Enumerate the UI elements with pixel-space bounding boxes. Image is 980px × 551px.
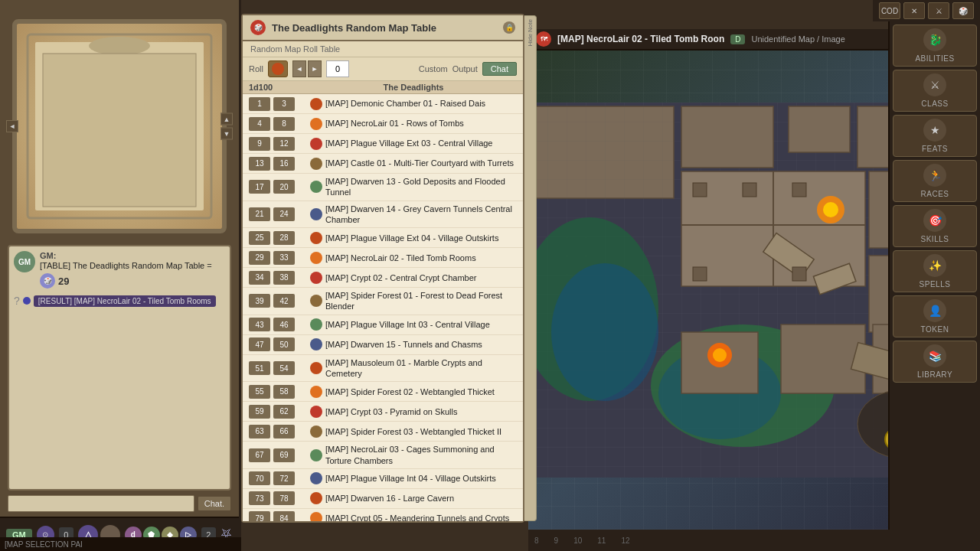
table-row[interactable]: 34 38 [MAP] Crypt 02 - Central Crypt Cha… <box>243 268 523 288</box>
roll-input[interactable] <box>326 60 349 77</box>
row-text: [MAP] Spider Forest 01 - Forest to Dead … <box>325 290 517 312</box>
scroll-tab-label: Note <box>527 19 534 32</box>
row-max: 33 <box>273 251 295 265</box>
row-text: [MAP] Plague Village Int 03 - Central Vi… <box>325 319 517 330</box>
svg-rect-11 <box>789 106 850 152</box>
rmt-close-button[interactable]: 🔒 <box>503 21 515 34</box>
col-header-roll: 1d100 <box>249 83 310 92</box>
abilities-label: Abilities <box>915 54 954 63</box>
table-row[interactable]: 67 69 [MAP] NecroLair 03 - Cages Summoni… <box>243 442 523 469</box>
skills-icon: 🎯 <box>923 209 946 232</box>
token-button[interactable]: 👤 Token <box>893 295 977 337</box>
cod-button[interactable]: COD <box>879 2 900 19</box>
scroll-up-arrow[interactable]: ▲ <box>220 113 233 126</box>
table-row[interactable]: 21 24 [MAP] Dwarven 14 - Grey Cavern Tun… <box>243 201 523 229</box>
row-range: 17 20 <box>249 180 310 194</box>
row-min: 43 <box>249 318 270 331</box>
table-row[interactable]: 29 33 [MAP] NecroLair 02 - Tiled Tomb Ro… <box>243 248 523 268</box>
token-icon: 👤 <box>923 299 946 322</box>
minus-button[interactable]: ◄ <box>292 60 306 77</box>
status-bar: [MAP SELECTION PAI <box>0 537 241 551</box>
status-text: [MAP SELECTION PAI <box>5 540 83 549</box>
ruler-12: 12 <box>621 536 629 545</box>
row-max: 12 <box>273 137 295 151</box>
roll-button[interactable] <box>268 60 288 77</box>
scroll-left-arrow[interactable]: ◄ <box>6 120 18 132</box>
row-color-icon <box>310 318 322 331</box>
scroll-down-arrow[interactable]: ▼ <box>220 128 233 140</box>
row-max: 24 <box>273 207 295 221</box>
table-row[interactable]: 43 46 [MAP] Plague Village Int 03 - Cent… <box>243 315 523 335</box>
feats-button[interactable]: ★ Feats <box>893 115 977 157</box>
table-row[interactable]: 79 84 [MAP] Crypt 05 - Meandering Tunnel… <box>243 509 523 521</box>
svg-point-17 <box>823 202 838 217</box>
top-toolbar: COD ✕ ⚔ 🎲 <box>873 0 980 21</box>
row-color-icon <box>310 425 322 438</box>
chat-input[interactable] <box>8 495 194 512</box>
table-row[interactable]: 13 16 [MAP] Castle 01 - Multi-Tier Court… <box>243 154 523 174</box>
table-row[interactable]: 70 72 [MAP] Plague Village Int 04 - Vill… <box>243 469 523 489</box>
close-button[interactable]: ✕ <box>903 2 925 19</box>
rmt-toolbar: Roll ◄ ► Custom Output Chat <box>243 57 523 81</box>
rmt-panel: 🎲 The Deadlights Random Map Table 🔒 Rand… <box>241 14 524 523</box>
table-row[interactable]: 55 58 [MAP] Spider Forest 02 - Webtangle… <box>243 382 523 402</box>
spells-button[interactable]: ✨ Spells <box>893 250 977 292</box>
rmt-table[interactable]: 1 3 [MAP] Demonic Chamber 01 - Raised Da… <box>243 94 523 521</box>
row-range: 73 78 <box>249 491 310 505</box>
table-row[interactable]: 59 62 [MAP] Crypt 03 - Pyramid on Skulls <box>243 402 523 422</box>
chat-button[interactable]: Chat <box>482 62 517 76</box>
chat-send-button[interactable]: Chat. <box>198 496 231 511</box>
row-color-icon <box>310 362 322 374</box>
unknown-icon: ? <box>14 295 20 307</box>
rmt-scroll-tab[interactable]: Note Hide <box>524 15 537 521</box>
row-min: 25 <box>249 231 270 245</box>
table-row[interactable]: 73 78 [MAP] Dwarven 16 - Large Cavern <box>243 489 523 509</box>
row-min: 21 <box>249 207 270 221</box>
row-range: 34 38 <box>249 271 310 285</box>
feats-label: Feats <box>922 145 948 153</box>
row-range: 25 28 <box>249 231 310 245</box>
row-range: 9 12 <box>249 137 310 151</box>
rmt-icon: 🎲 <box>250 20 266 35</box>
skills-button[interactable]: 🎯 Skills <box>893 205 977 247</box>
table-row[interactable]: 25 28 [MAP] Plague Village Ext 04 - Vill… <box>243 228 523 248</box>
row-color-icon <box>310 232 322 244</box>
row-text: [MAP] Demonic Chamber 01 - Raised Dais <box>325 98 517 109</box>
races-button[interactable]: 🏃 Races <box>893 160 977 202</box>
library-button[interactable]: 📚 Library <box>893 341 977 383</box>
row-min: 39 <box>249 294 270 308</box>
rmt-title: The Deadlights Random Map Table <box>272 22 497 34</box>
class-button[interactable]: ⚔ Class <box>893 70 977 112</box>
chat-entry-1: GM GM: [TABLE] The Deadlights Random Map… <box>14 251 225 289</box>
plus-button[interactable]: ► <box>308 60 322 77</box>
row-range: 1 3 <box>249 97 310 111</box>
sword-button[interactable]: ⚔ <box>928 2 949 19</box>
table-row[interactable]: 9 12 [MAP] Plague Village Ext 03 - Centr… <box>243 134 523 154</box>
table-row[interactable]: 17 20 [MAP] Dwarven 13 - Gold Deposits a… <box>243 174 523 201</box>
row-text: [MAP] Spider Forest 02 - Webtangled Thic… <box>325 386 517 397</box>
custom-label: Custom <box>419 64 448 73</box>
row-max: 58 <box>273 385 295 399</box>
row-range: 70 72 <box>249 471 310 485</box>
row-max: 46 <box>273 318 295 331</box>
chat-speaker-1: GM: <box>40 251 225 260</box>
table-row[interactable]: 47 50 [MAP] Dwarven 15 - Tunnels and Cha… <box>243 335 523 355</box>
chat-area[interactable]: GM GM: [TABLE] The Deadlights Random Map… <box>8 245 231 491</box>
chat-text-1: [TABLE] The Deadlights Random Map Table … <box>40 260 225 272</box>
abilities-button[interactable]: 🐉 Abilities <box>893 24 977 67</box>
table-row[interactable]: 63 66 [MAP] Spider Forest 03 - Webtangle… <box>243 422 523 442</box>
table-row[interactable]: 1 3 [MAP] Demonic Chamber 01 - Raised Da… <box>243 94 523 114</box>
row-text: [MAP] Plague Village Ext 03 - Central Vi… <box>325 138 517 148</box>
row-color-icon <box>310 118 322 130</box>
library-icon: 📚 <box>923 344 946 367</box>
row-min: 73 <box>249 491 270 505</box>
ruler-9: 9 <box>554 536 559 545</box>
ruler-8: 8 <box>534 536 539 545</box>
table-row[interactable]: 4 8 [MAP] NecroLair 01 - Rows of Tombs <box>243 114 523 134</box>
chat-result: [RESULT] [MAP] NecroLair 02 - Tiled Tomb… <box>34 295 216 307</box>
svg-rect-35 <box>792 267 806 281</box>
dice-button[interactable]: 🎲 <box>952 2 974 19</box>
table-row[interactable]: 39 42 [MAP] Spider Forest 01 - Forest to… <box>243 288 523 315</box>
table-row[interactable]: 51 54 [MAP] Mausoleum 01 - Marble Crypts… <box>243 355 523 383</box>
token-label: Token <box>921 325 949 334</box>
